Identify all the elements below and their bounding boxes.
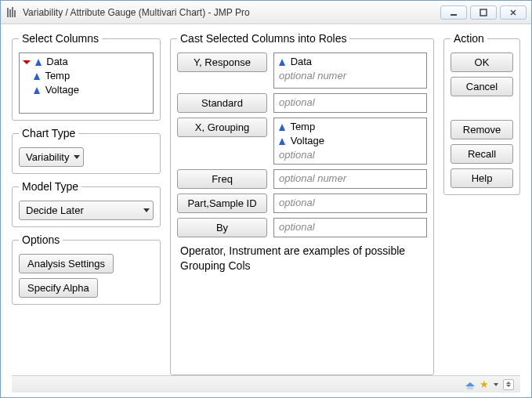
part-sample-id-button[interactable]: Part,Sample ID (177, 194, 267, 213)
role-placeholder: optional numer (279, 172, 346, 184)
standard-row: Standard optional (177, 93, 427, 113)
client-area: Select Columns Data Temp (1, 24, 531, 397)
svg-rect-0 (7, 8, 9, 17)
x-grouping-button[interactable]: X, Grouping (177, 118, 267, 137)
column-label: Temp (45, 70, 70, 81)
column-label: Data (46, 56, 67, 67)
role-item: Temp (279, 120, 422, 134)
continuous-icon (34, 87, 40, 94)
cancel-button[interactable]: Cancel (451, 77, 513, 96)
model-type-legend: Model Type (19, 180, 81, 193)
home-icon[interactable] (465, 380, 475, 389)
spacer (451, 101, 513, 115)
y-row: Y, Response Data optional numer (177, 52, 427, 89)
resize-grip-icon[interactable] (503, 379, 514, 390)
chart-type-legend: Chart Type (19, 127, 78, 139)
app-icon (5, 6, 18, 19)
disclosure-icon (23, 60, 31, 64)
list-item[interactable]: Voltage (23, 83, 150, 97)
app-window: Variability / Attribute Gauge (Multivari… (0, 0, 532, 398)
standard-role-box[interactable]: optional (273, 93, 427, 113)
action-group: Action OK Cancel Remove Recall Help (443, 32, 520, 195)
by-row: By optional (177, 218, 427, 237)
role-placeholder: optional numer (279, 69, 422, 83)
titlebar: Variability / Attribute Gauge (Multivari… (1, 1, 531, 24)
star-icon[interactable]: ★ (480, 378, 489, 390)
continuous-icon (279, 138, 285, 145)
action-legend: Action (451, 32, 487, 45)
ok-button[interactable]: OK (451, 52, 513, 72)
y-role-box[interactable]: Data optional numer (273, 52, 427, 89)
role-item: Voltage (279, 134, 422, 148)
specify-alpha-button[interactable]: Specify Alpha (19, 278, 98, 298)
freq-role-box[interactable]: optional numer (273, 169, 427, 189)
maximize-button[interactable] (470, 5, 497, 20)
column-label: Voltage (45, 84, 79, 96)
roles-legend: Cast Selected Columns into Roles (177, 32, 349, 45)
role-placeholder: optional (279, 221, 315, 233)
continuous-icon (34, 73, 40, 80)
freq-button[interactable]: Freq (177, 169, 267, 189)
role-placeholder: optional (279, 148, 422, 162)
svg-rect-5 (480, 9, 487, 16)
options-group: Options Analysis Settings Specify Alpha (12, 233, 161, 305)
part-row: Part,Sample ID optional (177, 194, 427, 213)
window-controls (440, 5, 527, 20)
by-role-box[interactable]: optional (273, 218, 427, 237)
continuous-icon (279, 124, 285, 131)
x-role-box[interactable]: Temp Voltage optional (273, 118, 427, 165)
role-item-label: Data (291, 56, 312, 67)
statusbar: ★ (12, 375, 520, 393)
model-type-combo[interactable]: Decide Later (19, 201, 154, 220)
y-response-button[interactable]: Y, Response (177, 52, 267, 72)
svg-rect-1 (9, 9, 11, 17)
remove-button[interactable]: Remove (451, 120, 513, 139)
by-button[interactable]: By (177, 218, 267, 237)
select-columns-group: Select Columns Data Temp (12, 32, 161, 121)
chevron-down-icon (74, 155, 80, 159)
action-column: Action OK Cancel Remove Recall Help (443, 32, 520, 375)
left-column: Select Columns Data Temp (12, 32, 161, 375)
main-row: Select Columns Data Temp (12, 32, 520, 375)
freq-row: Freq optional numer (177, 169, 427, 189)
continuous-icon (35, 59, 42, 66)
chart-type-combo[interactable]: Variability (19, 147, 84, 167)
select-columns-legend: Select Columns (19, 32, 102, 45)
part-role-box[interactable]: optional (273, 194, 427, 213)
minimize-button[interactable] (440, 5, 467, 20)
chart-type-value: Variability (26, 151, 69, 163)
role-item: Data (279, 55, 422, 69)
options-legend: Options (19, 233, 63, 246)
svg-rect-3 (14, 10, 16, 17)
roles-column: Cast Selected Columns into Roles Y, Resp… (170, 32, 434, 375)
role-item-label: Voltage (291, 135, 324, 147)
role-placeholder: optional (279, 96, 315, 108)
continuous-icon (279, 59, 285, 66)
svg-rect-4 (451, 14, 457, 16)
help-button[interactable]: Help (451, 168, 513, 188)
chevron-down-icon[interactable] (494, 383, 498, 386)
standard-button[interactable]: Standard (177, 93, 267, 113)
chevron-down-icon (143, 208, 150, 212)
model-type-group: Model Type Decide Later (12, 180, 161, 227)
role-item-label: Temp (290, 121, 315, 132)
action-stack: OK Cancel Remove Recall Help (451, 52, 513, 188)
role-placeholder: optional (279, 197, 315, 208)
list-item[interactable]: Data (23, 55, 150, 69)
chart-type-group: Chart Type Variability (12, 127, 161, 174)
analysis-settings-button[interactable]: Analysis Settings (19, 254, 114, 273)
columns-list[interactable]: Data Temp Voltage (19, 52, 154, 114)
recall-button[interactable]: Recall (451, 144, 513, 164)
window-title: Variability / Attribute Gauge (Multivari… (23, 7, 440, 18)
grouping-hint: Operator, Instrument are examples of pos… (180, 244, 424, 273)
svg-rect-2 (12, 7, 13, 17)
roles-group: Cast Selected Columns into Roles Y, Resp… (170, 32, 434, 375)
model-type-value: Decide Later (26, 204, 84, 216)
list-item[interactable]: Temp (23, 69, 150, 83)
x-row: X, Grouping Temp Voltage optional (177, 118, 427, 165)
close-button[interactable] (500, 5, 527, 20)
